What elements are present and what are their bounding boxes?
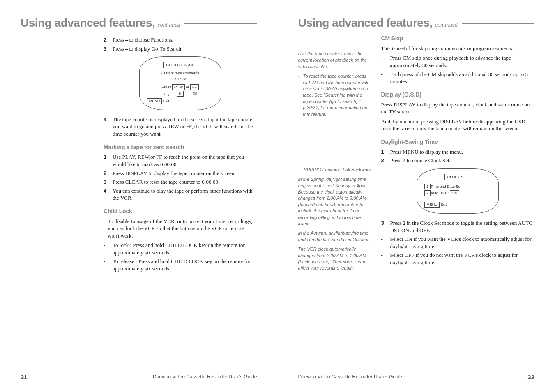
dash-bullet: - — [381, 71, 390, 85]
osd-key: ON — [450, 190, 460, 196]
osd-clockset: CLOCK SET 1Time and Date Set 2Auto DST :… — [417, 168, 499, 214]
subheading-display: Display (O.S.D) — [381, 91, 535, 99]
step-text: Press DISPLAY to display the tape counte… — [113, 170, 257, 177]
page-31: Using advanced features, continued 2 Pre… — [0, 0, 278, 392]
page-number: 32 — [527, 374, 534, 380]
continued-label: continued — [157, 22, 180, 28]
dash-item: -To lock : Press and hold CHILD LOCK key… — [104, 242, 257, 256]
side-bullet: • To reset the tape counter, press CLEAR… — [298, 73, 372, 118]
osd-key: 1 — [424, 184, 431, 189]
step-text: Press 4 to display Go-To Search. — [113, 45, 257, 53]
osd-line: 1Time and Date Set — [424, 184, 491, 189]
osd-key: MENU — [424, 202, 440, 208]
osd-key: REW — [172, 84, 185, 90]
step-number: 3 — [104, 45, 113, 53]
osd-text: to go to — [163, 92, 177, 96]
osd-text: Exit — [162, 99, 169, 103]
main-column: 2 Press 4 to choose Functions. 3 Press 4… — [104, 35, 257, 380]
dash-bullet: - — [381, 54, 390, 69]
step-item: 3 Press 4 to display Go-To Search. — [104, 45, 257, 53]
step-item: 3Press CLEAR to reset the tape counter t… — [104, 178, 257, 186]
title-row: Using advanced features, continued — [21, 16, 257, 30]
osd-header: GO-TO SEARCH — [163, 62, 197, 68]
childlock-intro: To disable to usage of the VCR, or to pr… — [104, 218, 257, 240]
page-32: Using advanced features, continued Use t… — [278, 0, 555, 392]
step-item: 2Press 2 to choose Clock Set. — [381, 157, 535, 164]
subheading-childlock: Child Lock — [104, 208, 257, 215]
title-row: Using advanced features, continued — [298, 16, 535, 30]
osd-text: Exit — [440, 203, 447, 207]
osd-line: MENU Exit — [147, 98, 214, 104]
step-text: Press 2 in the Clock Set mode to toggle … — [390, 219, 535, 234]
step-text: Press CLEAR to reset the tape counter to… — [113, 178, 257, 186]
step-number: 2 — [104, 170, 113, 177]
dash-item: -Select ON if you want the VCR's clock t… — [381, 235, 535, 250]
dash-text: To lock : Press and hold CHILD LOCK key … — [113, 242, 257, 256]
step-number: 3 — [104, 178, 113, 186]
osd-key: 2 — [424, 190, 431, 196]
bullet-icon: • — [298, 73, 303, 118]
page-title: Using advanced features, — [298, 16, 433, 30]
dash-text: Press CM skip once during playback to ad… — [390, 54, 535, 69]
osd-line: to go to H : - - : 00 — [147, 91, 214, 97]
osd-line: MENU Exit — [424, 202, 491, 208]
dash-text: Select ON if you want the VCR's clock to… — [390, 235, 535, 250]
osd-line: 2Auto DST : ON — [424, 190, 491, 196]
osd-text: Press — [161, 85, 172, 89]
side-note: The VCR clock automatically changes from… — [298, 246, 372, 272]
page-number: 31 — [21, 374, 28, 380]
step-text: Use PLAY, REW,or FF to reach the point o… — [113, 153, 257, 168]
subheading-dst: Daylight-Saving Time — [381, 138, 535, 146]
dash-text: Each press of the CM skip adds an additi… — [390, 71, 535, 85]
step-number: 4 — [104, 116, 113, 138]
dash-bullet: - — [104, 258, 113, 272]
dash-item: -Each press of the CM skip adds an addit… — [381, 71, 535, 85]
step-item: 4 The tape counter is displayed on the s… — [104, 116, 257, 138]
cmskip-intro: This is useful for skipping commercials … — [381, 45, 535, 52]
step-item: 3Press 2 in the Clock Set mode to toggle… — [381, 219, 535, 234]
osd-line: 2:17:28 — [147, 76, 214, 81]
osd-line: Current tape counter is — [147, 71, 214, 76]
subheading-marking: Marking a tape for zero search — [104, 143, 257, 151]
osd-header: CLOCK SET — [444, 174, 471, 180]
step-number: 3 — [381, 219, 390, 234]
continued-label: continued — [435, 22, 458, 28]
dash-item: -Press CM skip once during playback to a… — [381, 54, 535, 69]
step-number: 2 — [104, 36, 113, 44]
step-item: 1Press MENU to display the menu. — [381, 148, 535, 156]
footer-text: Daewoo Video Cassette Recorder User's Gu… — [153, 374, 257, 380]
dash-text: To release : Press and hold CHILD LOCK k… — [113, 258, 257, 272]
osd-text: Time and Date Set — [431, 184, 461, 189]
title-rule — [462, 23, 534, 24]
step-text: The tape counter is displayed on the scr… — [113, 116, 257, 138]
main-column: CM Skip This is useful for skipping comm… — [381, 35, 535, 380]
step-text: You can continue to play the tape or per… — [113, 187, 257, 202]
dash-bullet: - — [104, 242, 113, 256]
step-item: 4You can continue to play the tape or pe… — [104, 187, 257, 202]
step-number: 1 — [381, 148, 390, 156]
step-text: Press 4 to choose Functions. — [113, 36, 257, 44]
dash-bullet: - — [381, 251, 390, 266]
osd-key: H — [177, 91, 184, 97]
step-number: 1 — [104, 153, 113, 168]
osd-line: Press REW or FF — [147, 84, 214, 90]
side-note: In the Autumn, daylight-saving time ends… — [298, 230, 372, 243]
footer-text: Daewoo Video Cassette Recorder User's Gu… — [298, 374, 403, 380]
step-number: 4 — [104, 187, 113, 202]
osd-key: MENU — [147, 98, 162, 104]
dash-bullet: - — [381, 235, 390, 250]
osd-text: Auto DST : — [431, 191, 449, 195]
step-item: 2Press DISPLAY to display the tape count… — [104, 170, 257, 177]
side-column — [21, 35, 94, 380]
columns: 2 Press 4 to choose Functions. 3 Press 4… — [21, 35, 257, 380]
display-text: And, by one more pressing DISPLAY before… — [381, 118, 535, 132]
step-item: 2 Press 4 to choose Functions. — [104, 36, 257, 44]
subheading-cmskip: CM Skip — [381, 35, 535, 42]
dash-text: Select OFF if you do not want the VCR's … — [390, 251, 535, 266]
osd-goto-search: GO-TO SEARCH Current tape counter is 2:1… — [139, 56, 221, 110]
page-title: Using advanced features, — [21, 16, 155, 30]
columns: Use the tape counter to note the current… — [298, 35, 535, 380]
osd-text: or — [185, 85, 190, 89]
side-subhead: SPRING Forward ; Fall Backward — [298, 167, 372, 173]
step-text: Press MENU to display the menu. — [390, 148, 535, 156]
